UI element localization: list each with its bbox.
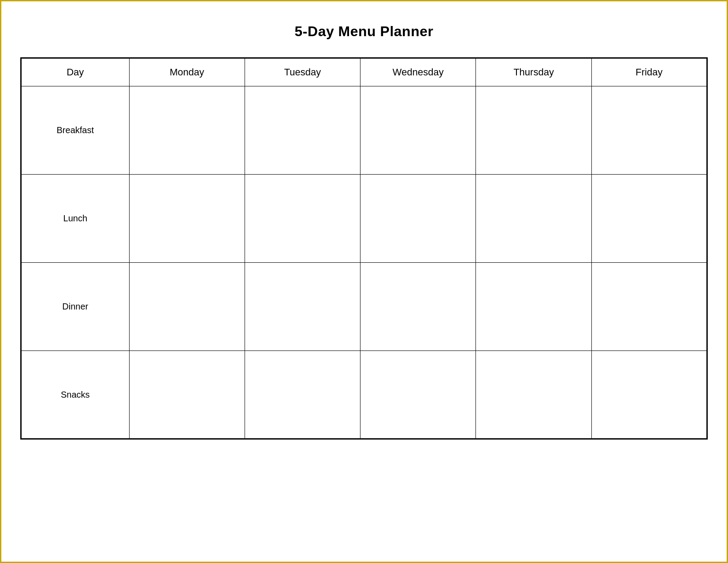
cell-snacks-tuesday[interactable] [245,351,360,439]
cell-snacks-thursday[interactable] [476,351,591,439]
cell-dinner-tuesday[interactable] [245,263,360,351]
cell-snacks-wednesday[interactable] [360,351,476,439]
cell-dinner-friday[interactable] [591,263,707,351]
row-lunch: Lunch [21,175,707,263]
cell-breakfast-tuesday[interactable] [245,86,360,175]
meal-label-snacks: Snacks [21,351,130,439]
row-dinner: Dinner [21,263,707,351]
cell-snacks-friday[interactable] [591,351,707,439]
cell-dinner-thursday[interactable] [476,263,591,351]
meal-label-dinner: Dinner [21,263,130,351]
col-header-friday: Friday [591,58,707,86]
col-header-tuesday: Tuesday [245,58,360,86]
page-title: 5-Day Menu Planner [295,23,434,40]
col-header-thursday: Thursday [476,58,591,86]
header-row: Day Monday Tuesday Wednesday Thursday Fr… [21,58,707,86]
row-breakfast: Breakfast [21,86,707,175]
cell-lunch-tuesday[interactable] [245,175,360,263]
col-header-day: Day [21,58,130,86]
cell-dinner-wednesday[interactable] [360,263,476,351]
cell-lunch-monday[interactable] [129,175,245,263]
menu-planner-table: Day Monday Tuesday Wednesday Thursday Fr… [20,57,708,440]
cell-breakfast-wednesday[interactable] [360,86,476,175]
cell-breakfast-thursday[interactable] [476,86,591,175]
col-header-monday: Monday [129,58,245,86]
cell-dinner-monday[interactable] [129,263,245,351]
cell-lunch-thursday[interactable] [476,175,591,263]
col-header-wednesday: Wednesday [360,58,476,86]
row-snacks: Snacks [21,351,707,439]
cell-lunch-wednesday[interactable] [360,175,476,263]
meal-label-breakfast: Breakfast [21,86,130,175]
cell-lunch-friday[interactable] [591,175,707,263]
meal-label-lunch: Lunch [21,175,130,263]
cell-breakfast-monday[interactable] [129,86,245,175]
cell-snacks-monday[interactable] [129,351,245,439]
cell-breakfast-friday[interactable] [591,86,707,175]
